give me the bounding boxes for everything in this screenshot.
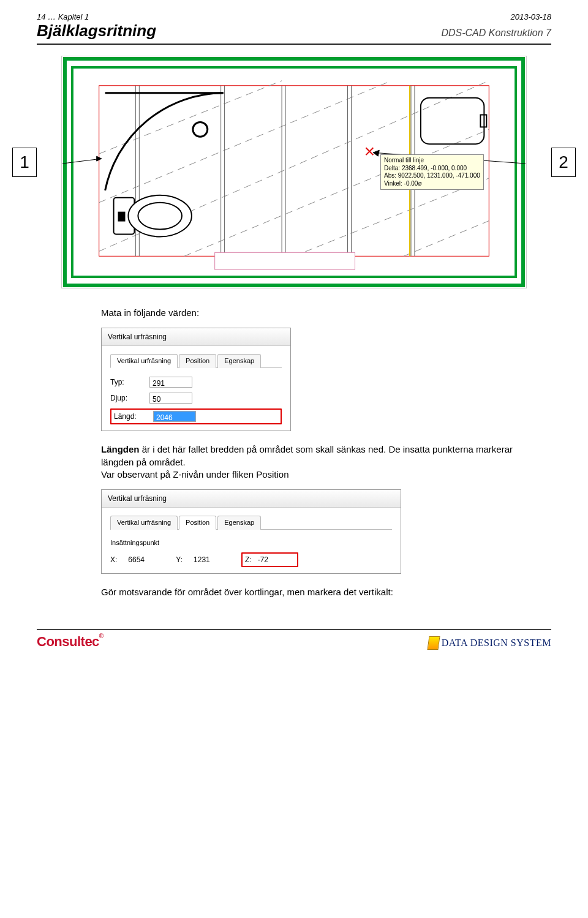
logo-consultec: Consultec® xyxy=(37,634,104,650)
svg-rect-26 xyxy=(119,213,125,221)
row-djup: Djup: 50 xyxy=(110,393,282,404)
highlight-z: Z: -72 xyxy=(241,552,298,567)
dialog-2-title: Vertikal urfräsning xyxy=(102,490,401,508)
callout-1: 1 xyxy=(12,148,37,177)
z-note: Var observant på Z-nivån under fliken Po… xyxy=(101,469,289,480)
header-row-2: Bjälklagsritning DDS-CAD Konstruktion 7 xyxy=(37,21,551,45)
label-z: Z: xyxy=(245,555,252,565)
label-y: Y: xyxy=(176,555,183,565)
label-langd: Längd: xyxy=(114,412,148,421)
callout-2: 2 xyxy=(551,148,576,177)
svg-point-28 xyxy=(193,122,208,137)
cad-viewport: Normal till linje Delta: 2368.499, -0.00… xyxy=(61,56,527,288)
svg-line-7 xyxy=(294,178,489,256)
tab-position-2[interactable]: Position xyxy=(179,516,216,530)
logo-data-design-system: DATA DESIGN SYSTEM xyxy=(428,636,551,650)
tab-vertikal-urfrasning[interactable]: Vertikal urfräsning xyxy=(110,354,178,368)
group-insattningspunkt: Insättningspunkt xyxy=(110,538,392,547)
dialog-2-tabs: Vertikal urfräsning Position Egenskap xyxy=(110,515,392,530)
svg-rect-21 xyxy=(421,98,484,145)
dialog-1-title: Vertikal urfräsning xyxy=(102,328,290,346)
svg-line-8 xyxy=(404,221,489,257)
tab-vertikal-urfrasning-2[interactable]: Vertikal urfräsning xyxy=(110,516,178,530)
logo-consultec-text: Consultec xyxy=(37,634,99,649)
row-typ: Typ: 291 xyxy=(110,377,282,388)
tooltip-line-4: Vinkel: -0.00ø xyxy=(384,180,480,188)
registered-mark: ® xyxy=(99,633,104,639)
svg-line-29 xyxy=(62,159,102,164)
header-row-1: 14 … Kapitel 1 2013-03-18 xyxy=(37,12,551,21)
snap-tooltip: Normal till linje Delta: 2368.499, -0.00… xyxy=(380,154,484,190)
highlight-langd: Längd: 2046 xyxy=(110,408,282,424)
header-date: 2013-03-18 xyxy=(511,12,552,21)
header-product: DDS-CAD Konstruktion 7 xyxy=(441,28,551,39)
dialog-1-tabs: Vertikal urfräsning Position Egenskap xyxy=(110,353,282,368)
tooltip-line-1: Normal till linje xyxy=(384,157,480,165)
dialog-vertikal-urfrasning-2: Vertikal urfräsning Vertikal urfräsning … xyxy=(101,489,401,574)
input-djup[interactable]: 50 xyxy=(149,393,192,404)
label-typ: Typ: xyxy=(110,377,145,387)
tooltip-line-2: Delta: 2368.499, -0.000, 0.000 xyxy=(384,165,480,173)
svg-marker-32 xyxy=(373,150,379,156)
langden-paragraph: Längden är i det här fallet bredden på o… xyxy=(101,443,514,481)
tab-egenskap[interactable]: Egenskap xyxy=(217,354,261,368)
logo-dds-text: DATA DESIGN SYSTEM xyxy=(442,638,551,649)
input-x[interactable]: 6654 xyxy=(128,555,165,565)
body-text: Mata in följande värden: Vertikal urfräs… xyxy=(101,307,514,598)
intro-text: Mata in följande värden: xyxy=(101,307,514,319)
tab-egenskap-2[interactable]: Egenskap xyxy=(217,516,261,530)
langden-rest: är i det här fallet bredden på området s… xyxy=(101,444,513,467)
header-chapter: 14 … Kapitel 1 xyxy=(37,12,89,21)
input-langd[interactable]: 2046 xyxy=(153,411,196,422)
closing-text: Gör motsvarande för området över kortlin… xyxy=(101,586,514,598)
dds-icon xyxy=(427,636,440,650)
page-title: Bjälklagsritning xyxy=(37,21,156,40)
input-z[interactable]: -72 xyxy=(258,555,295,565)
figure-cad-plan: 1 2 xyxy=(12,56,576,288)
label-djup: Djup: xyxy=(110,393,145,403)
tab-position[interactable]: Position xyxy=(179,354,216,368)
xyz-row: X: 6654 Y: 1231 Z: -72 xyxy=(110,552,392,567)
langden-bold: Längden xyxy=(101,444,140,454)
svg-rect-20 xyxy=(215,252,355,269)
label-x: X: xyxy=(110,555,117,565)
page: 14 … Kapitel 1 2013-03-18 Bjälklagsritni… xyxy=(0,0,588,674)
tooltip-line-3: Abs: 9022.500, 1231.000, -471.000 xyxy=(384,172,480,180)
svg-line-6 xyxy=(184,129,489,256)
dialog-vertikal-urfrasning-1: Vertikal urfräsning Vertikal urfräsning … xyxy=(101,328,291,431)
input-typ[interactable]: 291 xyxy=(149,377,192,388)
page-footer: Consultec® DATA DESIGN SYSTEM xyxy=(37,629,551,650)
input-y[interactable]: 1231 xyxy=(194,555,230,565)
